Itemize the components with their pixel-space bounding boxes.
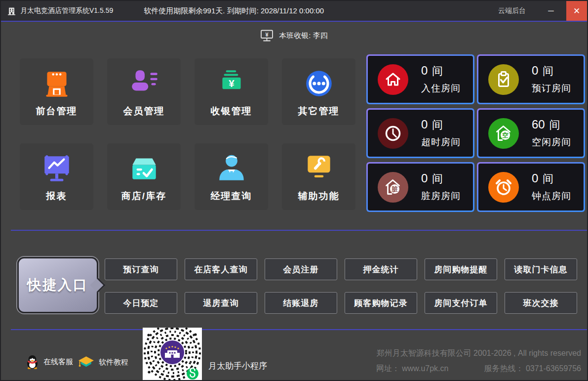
storefront-icon [39, 66, 74, 101]
close-button[interactable]: ✕ [566, 1, 587, 21]
cashier-label: 本班收银: 李四 [279, 31, 327, 41]
stat-card-occupied[interactable]: 0间 入住房间 [366, 54, 474, 104]
module-label: 其它管理 [298, 105, 340, 118]
app-window: 月太电竞酒店管理系统V1.5.59 软件使用期限剩余991天. 到期时间: 20… [0, 0, 588, 381]
mini-program-label: 月太助手小程序 [208, 360, 267, 372]
stat-label: 空闲房间 [532, 136, 571, 149]
quick-buttons-row-1: 预订查询 在店客人查询 会员注册 押金统计 房间购物提醒 读取门卡信息 [105, 258, 577, 280]
module-tile-members[interactable]: 会员管理 [107, 58, 181, 125]
quick-button-deposit-stats[interactable]: 押金统计 [345, 258, 417, 280]
module-label: 报表 [46, 190, 67, 203]
module-tile-manager-query[interactable]: 经理查询 [195, 143, 268, 210]
module-tile-cashier[interactable]: ¥ 收银管理 [195, 58, 268, 125]
clock-icon [378, 118, 408, 149]
copyright-block: 郑州月太智源科技有限公司 2001-2026 , All rights rese… [376, 348, 581, 374]
divider [11, 329, 587, 330]
report-chart-icon [39, 151, 74, 186]
module-grid: 前台管理 会员管理 ¥ 收银管理 其它管理 报表 [20, 58, 355, 210]
clipboard-check-icon [488, 64, 519, 95]
tutorial-link[interactable]: 软件教程 [78, 356, 128, 369]
module-label: 辅助功能 [298, 190, 340, 203]
stat-label: 钟点房间 [532, 190, 571, 203]
quick-button-settle-checkout[interactable]: 结账退房 [265, 292, 337, 314]
quick-button-room-payment-orders[interactable]: 房间支付订单 [425, 292, 497, 314]
quick-button-reservation-query[interactable]: 预订查询 [105, 258, 177, 280]
stat-count: 0间 [421, 118, 461, 132]
stat-count: 60间 [532, 118, 571, 132]
app-logo-icon [7, 7, 16, 15]
stat-count: 0间 [421, 171, 461, 186]
module-label: 会员管理 [123, 105, 165, 118]
stat-count: 0间 [532, 64, 571, 79]
online-service-label: 在线客服 [43, 357, 73, 367]
dirty-house-icon: 脏 [378, 172, 408, 203]
cashier-banner: ¥ 本班收银: 李四 [1, 28, 587, 43]
stat-count: 0间 [532, 171, 571, 186]
manager-icon [214, 151, 249, 186]
quick-button-customer-purchase-records[interactable]: 顾客购物记录 [345, 292, 417, 314]
quick-button-in-house-guest-query[interactable]: 在店客人查询 [185, 258, 257, 280]
tutorial-label: 软件教程 [99, 358, 128, 367]
module-tile-store-inventory[interactable]: 商店/库存 [107, 143, 181, 210]
quick-button-today-reservation[interactable]: 今日预定 [105, 292, 177, 314]
quick-entry-badge: 快捷入口 [17, 257, 98, 313]
svg-text:¥: ¥ [229, 78, 235, 89]
quick-button-room-shopping-reminder[interactable]: 房间购物提醒 [425, 258, 497, 280]
cash-icon: ¥ [214, 66, 249, 101]
module-tile-other[interactable]: 其它管理 [282, 58, 355, 125]
alarm-clock-icon [488, 172, 519, 203]
module-label: 经理查询 [211, 190, 252, 203]
stat-card-vacant[interactable]: 空 60间 空闲房间 [477, 108, 585, 158]
house-icon [378, 64, 408, 95]
stat-label: 入住房间 [421, 82, 461, 95]
copyright-line: 郑州月太智源科技有限公司 2001-2026 , All rights rese… [376, 348, 581, 359]
svg-text:空: 空 [502, 131, 509, 139]
quick-button-checkout-query[interactable]: 退房查询 [185, 292, 257, 314]
stat-card-overtime[interactable]: 0间 超时房间 [366, 108, 474, 158]
quick-button-shift-handover[interactable]: 班次交接 [505, 292, 577, 314]
divider [11, 230, 587, 231]
stat-card-hourly[interactable]: 0间 钟点房间 [477, 162, 585, 212]
module-label: 收银管理 [211, 105, 252, 118]
mini-program-qr-code[interactable] [143, 328, 202, 381]
stat-count: 0间 [421, 64, 461, 79]
stat-label: 预订房间 [532, 82, 571, 95]
qq-penguin-icon [26, 355, 39, 369]
quick-button-read-door-card[interactable]: 读取门卡信息 [505, 258, 577, 280]
titlebar: 月太电竞酒店管理系统V1.5.59 软件使用期限剩余991天. 到期时间: 20… [1, 1, 587, 22]
website-label: 网址： www.u7pk.cn [376, 364, 449, 374]
graduation-cap-icon [78, 356, 94, 369]
online-service-link[interactable]: 在线客服 [26, 355, 73, 369]
members-icon [127, 66, 161, 101]
svg-text:脏: 脏 [391, 185, 398, 193]
stat-card-reserved[interactable]: 0间 预订房间 [477, 54, 585, 104]
quick-entry-title: 快捷入口 [27, 276, 88, 295]
module-label: 前台管理 [36, 105, 78, 118]
vacant-house-icon: 空 [488, 118, 519, 149]
room-stats-grid: 0间 入住房间 0间 预订房间 [366, 54, 585, 212]
svg-text:¥: ¥ [266, 32, 269, 38]
inventory-box-icon [127, 151, 161, 186]
wrench-screen-icon [302, 151, 336, 186]
window-title: 月太电竞酒店管理系统V1.5.59 [20, 6, 113, 15]
module-tile-aux-functions[interactable]: 辅助功能 [282, 143, 355, 210]
stat-card-dirty[interactable]: 脏 0间 脏房房间 [366, 162, 474, 212]
stat-label: 脏房房间 [421, 190, 461, 203]
quick-buttons-row-2: 今日预定 退房查询 结账退房 顾客购物记录 房间支付订单 班次交接 [105, 292, 577, 314]
hotline-label: 服务热线： 0371-63659756 [484, 364, 581, 374]
quick-entry-arrow [90, 277, 105, 293]
cloud-backend-link[interactable]: 云端后台 [498, 6, 526, 15]
module-label: 商店/库存 [121, 190, 166, 203]
module-tile-front-desk[interactable]: 前台管理 [20, 58, 93, 125]
license-info: 软件使用期限剩余991天. 到期时间: 2028/11/12 0:00:00 [144, 6, 324, 16]
minimize-button[interactable]: ─ [543, 6, 559, 15]
stat-label: 超时房间 [421, 136, 461, 149]
quick-button-member-register[interactable]: 会员注册 [265, 258, 337, 280]
cashier-monitor-icon: ¥ [260, 29, 274, 42]
ellipsis-circle-icon [302, 66, 336, 101]
module-tile-reports[interactable]: 报表 [20, 143, 93, 210]
